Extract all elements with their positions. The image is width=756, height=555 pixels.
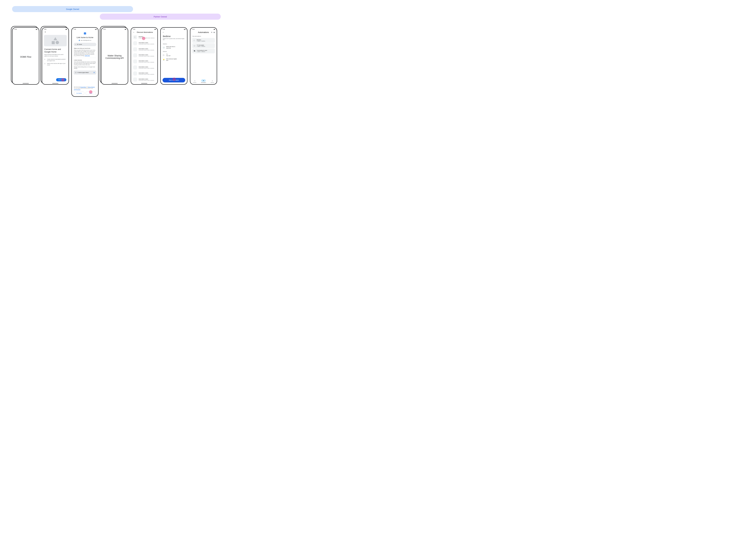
automation-desc: Lorem ipsum dolor sit amet, consectetur … <box>139 74 155 75</box>
learn-more-link[interactable]: Learn more <box>85 55 90 56</box>
google-owned-banner: Google Owned <box>12 6 133 12</box>
status-bar: 9:30 ▾◢▮ <box>161 28 187 31</box>
status-icons: ▾◢▮ <box>184 29 185 30</box>
automation-meta: 1 starter • 3 actions <box>197 51 207 52</box>
close-icon[interactable]: ✕ <box>44 31 46 33</box>
settings-icon: △ <box>210 79 215 82</box>
automation-icon <box>133 53 137 57</box>
tos-link[interactable]: Terms of Service <box>88 86 95 87</box>
linked-manage: Manage device linking below or in Google… <box>74 66 96 69</box>
privacy-link[interactable]: Privacy Policy <box>80 86 86 87</box>
automation-desc: Lorem ipsum dolor sit amet, consectetur … <box>139 56 155 56</box>
automation-name: Automation name <box>139 60 155 61</box>
devices-icon: ▢ <box>75 72 77 73</box>
automation-item[interactable]: Automation nameLorem ipsum dolor sit ame… <box>133 52 156 58</box>
google-account-link[interactable]: Google Account <box>74 89 80 90</box>
automation-icon <box>133 72 137 76</box>
automation-name: Bedtime <box>139 36 155 37</box>
save-automation-button[interactable]: Save automation <box>163 78 185 82</box>
automation-name: Automation name <box>139 78 155 80</box>
automations-list: ☾BedtimeAt 9pm, the TV powers down, bedr… <box>131 34 158 83</box>
automation-name: Commuting to work <box>197 50 207 51</box>
gesture-bar <box>23 83 29 84</box>
status-icons: ▾◢▮ <box>36 29 37 30</box>
back-icon[interactable]: ← <box>163 31 164 33</box>
back-icon[interactable]: ← <box>133 31 135 33</box>
action-row[interactable]: 💡 Kids bedroom lightsDim <box>163 57 185 62</box>
automation-name: Bedtime <box>197 39 205 41</box>
status-bar: 9:30 ▾◢▮ <box>101 28 128 31</box>
gesture-bar <box>52 83 58 84</box>
automation-card[interactable]: ⛟Commuting to work1 starter • 3 actions <box>192 48 215 53</box>
status-time: 9:30 <box>163 29 165 30</box>
action-row[interactable]: ▢ TVTurn off <box>163 53 185 57</box>
automation-item[interactable]: Automation nameLorem ipsum dolor sit ame… <box>133 46 156 52</box>
nav-settings[interactable]: △Settings <box>208 79 217 83</box>
automations-icon: ● <box>201 79 206 82</box>
gear-icon[interactable]: ⚙ <box>93 72 95 73</box>
automation-icon: ⛟ <box>194 50 195 52</box>
status-bar: 9:30 ▾◢▮ <box>12 28 39 31</box>
automation-icon <box>133 41 137 45</box>
phone-automations: 9:30 ▾◢▮ Automations ⊕ ◉ My automations … <box>190 27 217 85</box>
status-bar: 9:30 ▾◢▮ <box>131 28 158 31</box>
automation-name: Automation name <box>139 72 155 74</box>
get-started-button[interactable]: Get started <box>56 78 66 81</box>
automation-item[interactable]: Automation nameLorem ipsum dolor sit ame… <box>133 65 156 71</box>
phone-oobe: 9:30 ▾◢▮ OOBE Flow <box>12 27 39 85</box>
automation-desc: At 9pm, the TV powers down, bedroom ligh… <box>139 38 155 38</box>
automation-item[interactable]: Automation nameLorem ipsum dolor sit ame… <box>133 71 156 77</box>
no-thanks-button[interactable]: No thanks <box>74 91 84 95</box>
phone-bedtime: 9:30 ▾◢▮ ← Bedtime At 9pm, the TV powers… <box>160 27 187 85</box>
bedtime-title: Bedtime <box>163 34 185 38</box>
automation-icon <box>133 78 137 82</box>
allow-button[interactable]: Allow <box>86 91 96 95</box>
bottom-nav: △Devices ●Automations △Settings <box>190 79 217 84</box>
home-selector[interactable]: ⌂ SF Home <box>74 43 96 46</box>
oobe-label: OOBE Flow <box>12 31 39 83</box>
status-icons: ▾◢▮ <box>213 29 215 30</box>
automation-item[interactable]: Automation nameLorem ipsum dolor sit ame… <box>133 40 156 46</box>
trust-heading: Make sure that you trust Acme <box>74 48 96 49</box>
triangle-shape <box>53 37 57 40</box>
starter-row[interactable]: 🕘 When the time is9:00 PM <box>163 45 185 50</box>
ownership-banners: Google Owned Partner Owned <box>6 6 750 24</box>
lightbulb-icon: 💡 <box>163 59 165 60</box>
automation-desc: Lorem ipsum dolor sit amet, consectetur … <box>139 80 155 81</box>
add-icon[interactable]: ⊕ <box>211 32 212 33</box>
automation-card[interactable]: ▢TV time lights1 starter • 2 actions <box>192 43 215 48</box>
phone-matter: 9:30 ▾◢▮ Matter Sharing Commissioning AP… <box>101 27 128 85</box>
clock-icon: 🕘 <box>163 47 165 48</box>
phone-connect: 9:30 ▾◢▮ ✕ Connect Acme and Google Home … <box>42 27 69 85</box>
gesture-bar <box>112 83 118 84</box>
automation-meta: 1 starter • 2 actions <box>197 41 205 42</box>
nav-automations[interactable]: ●Automations <box>199 79 208 83</box>
status-icons: ▾◢▮ <box>65 29 67 30</box>
account-icon[interactable]: ◉ <box>214 32 215 33</box>
status-icons: ▾◢▮ <box>125 29 126 30</box>
circle-shape <box>56 41 59 44</box>
home-icon: ⌂ <box>75 44 76 45</box>
person-icon: 👤 <box>79 40 80 41</box>
automation-icon: ▢ <box>194 45 195 47</box>
automation-item[interactable]: Automation nameLorem ipsum dolor sit ame… <box>133 58 156 65</box>
illustration-placeholder <box>44 35 67 46</box>
automation-icon <box>133 66 137 70</box>
automation-card[interactable]: ☾Bedtime1 starter • 2 actions <box>192 38 215 43</box>
account-email: 👤 alex.miller@gmail.com <box>72 39 98 42</box>
automation-desc: Lorem ipsum dolor sit amet, consectetur … <box>139 62 155 62</box>
linked-devices-card[interactable]: ▢ 4 device types linked ⚙ <box>74 71 96 75</box>
automation-item[interactable]: ☾BedtimeAt 9pm, the TV powers down, bedr… <box>133 34 156 40</box>
status-icons: ▾◢▮ <box>154 29 155 30</box>
phone-row: 9:30 ▾◢▮ OOBE Flow 9:30 ▾◢▮ ✕ <box>6 27 750 97</box>
connect-title: Connect Acme and Google Home <box>42 47 69 53</box>
automation-name: Automation name <box>139 66 155 68</box>
status-time: 9:30 <box>74 29 76 30</box>
partner-owned-banner: Partner Owned <box>100 14 221 20</box>
status-bar: 9:30 ▾◢▮ <box>42 28 69 31</box>
automation-item[interactable]: Automation nameLorem ipsum dolor sit ame… <box>133 77 156 83</box>
nav-devices[interactable]: △Devices <box>190 79 199 83</box>
matter-label: Matter Sharing Commissioning API <box>101 31 128 83</box>
automation-meta: 1 starter • 2 actions <box>197 46 205 47</box>
linked-body: Acme will automatically have access to a… <box>74 61 96 65</box>
